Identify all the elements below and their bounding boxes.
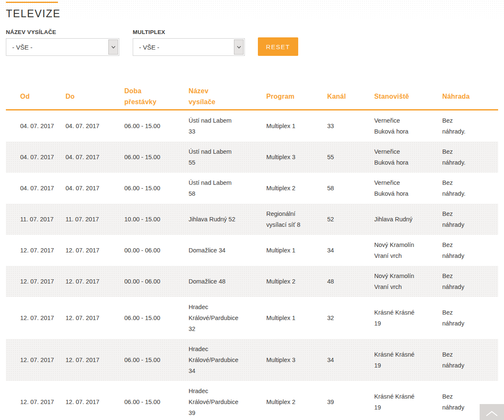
- table-row: 11. 07. 201711. 07. 201710.00 - 15.00Jih…: [6, 204, 498, 235]
- cell-od: 12. 07. 2017: [6, 354, 66, 365]
- cell-program: Multiplex 1: [266, 312, 327, 323]
- cell-kanal: 33: [327, 121, 374, 131]
- cell-kanal: 55: [327, 152, 374, 163]
- cell-nahrada: Beznáhrady.: [442, 177, 498, 199]
- column-header-od: Od: [6, 91, 66, 102]
- cell-stanoviste: Krásné Krásné19: [374, 349, 442, 371]
- header-row: OdDoDobapřestávkyNázevvysílačeProgramKan…: [6, 81, 498, 110]
- cell-doba: 10.00 - 15.00: [124, 214, 189, 225]
- cell-od: 12. 07. 2017: [6, 245, 66, 256]
- cell-doba: 00.00 - 06.00: [124, 245, 189, 256]
- cell-nazev: HradecKrálové/Pardubice39: [189, 386, 266, 418]
- cell-nahrada: Beznáhrady: [442, 270, 498, 292]
- table-row: 12. 07. 201712. 07. 201706.00 - 15.00Hra…: [6, 297, 498, 339]
- cell-nahrada: Beznáhrady.: [442, 146, 498, 168]
- table-row: 12. 07. 201712. 07. 201706.00 - 15.00Hra…: [6, 339, 498, 381]
- broadcast-outage-table: OdDoDobapřestávkyNázevvysílačeProgramKan…: [6, 81, 498, 420]
- multiplex-filter: MULTIPLEX - VŠE -: [133, 29, 245, 56]
- table-header: OdDoDobapřestávkyNázevvysílačeProgramKan…: [6, 81, 498, 110]
- cell-nazev: Ústí nad Labem33: [189, 115, 266, 137]
- table-row: 12. 07. 201712. 07. 201706.00 - 15.00Hra…: [6, 381, 498, 420]
- cell-od: 04. 07. 2017: [6, 152, 66, 163]
- filter-bar: NÁZEV VYSÍLAČE - VŠE - MULTIPLEX - VŠE -…: [6, 29, 498, 56]
- page-title: TELEVIZE: [6, 8, 498, 20]
- cell-nazev: HradecKrálové/Pardubice32: [189, 302, 266, 334]
- cell-nahrada: Beznáhrady: [442, 307, 498, 329]
- cell-kanal: 52: [327, 214, 374, 225]
- column-header-do: Do: [66, 91, 124, 102]
- cell-nahrada: Beznáhrady: [442, 239, 498, 261]
- column-header-doba: Dobapřestávky: [124, 86, 189, 108]
- cell-stanoviste: VerneřiceBuková hora: [374, 146, 442, 168]
- cell-od: 12. 07. 2017: [6, 276, 66, 287]
- cell-do: 04. 07. 2017: [66, 152, 124, 163]
- cell-do: 12. 07. 2017: [66, 312, 124, 323]
- cell-stanoviste: Krásné Krásné19: [374, 391, 442, 413]
- cell-doba: 00.00 - 06.00: [124, 276, 189, 287]
- cell-kanal: 34: [327, 245, 374, 256]
- cell-nazev: Ústí nad Labem55: [189, 146, 266, 168]
- cell-nazev: Domažlice 48: [189, 276, 266, 287]
- table-row: 04. 07. 201704. 07. 201706.00 - 15.00Úst…: [6, 110, 498, 142]
- cell-doba: 06.00 - 15.00: [124, 121, 189, 131]
- title-accent-bar: [6, 2, 58, 3]
- cell-program: Multiplex 3: [266, 152, 327, 163]
- cell-doba: 06.00 - 15.00: [124, 354, 189, 365]
- transmitter-select-value: - VŠE -: [6, 44, 32, 51]
- cell-kanal: 32: [327, 312, 374, 323]
- cell-program: Multiplex 2: [266, 396, 327, 407]
- reset-button[interactable]: RESET: [258, 37, 298, 56]
- cell-nahrada: Beznáhrady: [442, 208, 498, 230]
- scroll-to-top-button[interactable]: [480, 404, 504, 420]
- column-header-kanal: Kanál: [327, 91, 374, 102]
- cell-nahrada: Beznáhrady.: [442, 115, 498, 137]
- cell-nazev: HradecKrálové/Pardubice34: [189, 344, 266, 376]
- cell-stanoviste: VerneřiceBuková hora: [374, 177, 442, 199]
- column-header-nazev: Názevvysílače: [189, 86, 266, 108]
- table-row: 04. 07. 201704. 07. 201706.00 - 15.00Úst…: [6, 142, 498, 173]
- cell-od: 04. 07. 2017: [6, 121, 66, 131]
- chevron-down-icon[interactable]: [108, 39, 118, 55]
- cell-doba: 06.00 - 15.00: [124, 396, 189, 407]
- cell-stanoviste: Nový KramolínVraní vrch: [374, 239, 442, 261]
- cell-program: Multiplex 2: [266, 276, 327, 287]
- cell-nazev: Domažlice 34: [189, 245, 266, 256]
- cell-do: 04. 07. 2017: [66, 121, 124, 131]
- cell-od: 12. 07. 2017: [6, 396, 66, 407]
- cell-kanal: 58: [327, 183, 374, 194]
- cell-doba: 06.00 - 15.00: [124, 152, 189, 163]
- table-row: 04. 07. 201704. 07. 201706.00 - 15.00Úst…: [6, 173, 498, 204]
- cell-stanoviste: Jihlava Rudný: [374, 214, 442, 225]
- cell-od: 04. 07. 2017: [6, 183, 66, 194]
- cell-doba: 06.00 - 15.00: [124, 312, 189, 323]
- cell-do: 11. 07. 2017: [66, 214, 124, 225]
- multiplex-filter-label: MULTIPLEX: [133, 29, 245, 35]
- cell-do: 12. 07. 2017: [66, 245, 124, 256]
- cell-do: 12. 07. 2017: [66, 276, 124, 287]
- cell-nazev: Jihlava Rudný 52: [189, 214, 266, 225]
- cell-program: Multiplex 1: [266, 245, 327, 256]
- cell-do: 12. 07. 2017: [66, 396, 124, 407]
- cell-nazev: Ústí nad Labem58: [189, 177, 266, 199]
- transmitter-select[interactable]: - VŠE -: [6, 38, 119, 56]
- cell-doba: 06.00 - 15.00: [124, 183, 189, 194]
- cell-program: Multiplex 3: [266, 354, 327, 365]
- cell-do: 04. 07. 2017: [66, 183, 124, 194]
- transmitter-filter: NÁZEV VYSÍLAČE - VŠE -: [6, 29, 119, 56]
- cell-kanal: 34: [327, 354, 374, 365]
- cell-program: Multiplex 2: [266, 183, 327, 194]
- multiplex-select[interactable]: - VŠE -: [133, 38, 245, 56]
- transmitter-filter-label: NÁZEV VYSÍLAČE: [6, 29, 119, 35]
- cell-stanoviste: Krásné Krásné19: [374, 307, 442, 329]
- cell-kanal: 39: [327, 396, 374, 407]
- table-row: 12. 07. 201712. 07. 201700.00 - 06.00Dom…: [6, 235, 498, 266]
- cell-kanal: 48: [327, 276, 374, 287]
- multiplex-select-value: - VŠE -: [133, 44, 159, 51]
- cell-program: Regionálnívysílací síť 8: [266, 208, 327, 230]
- cell-stanoviste: Nový KramolínVraní vrch: [374, 270, 442, 292]
- chevron-down-icon[interactable]: [234, 39, 244, 55]
- table-row: 12. 07. 201712. 07. 201700.00 - 06.00Dom…: [6, 266, 498, 297]
- chevron-up-icon: [486, 411, 498, 417]
- cell-do: 12. 07. 2017: [66, 354, 124, 365]
- column-header-program: Program: [266, 91, 327, 102]
